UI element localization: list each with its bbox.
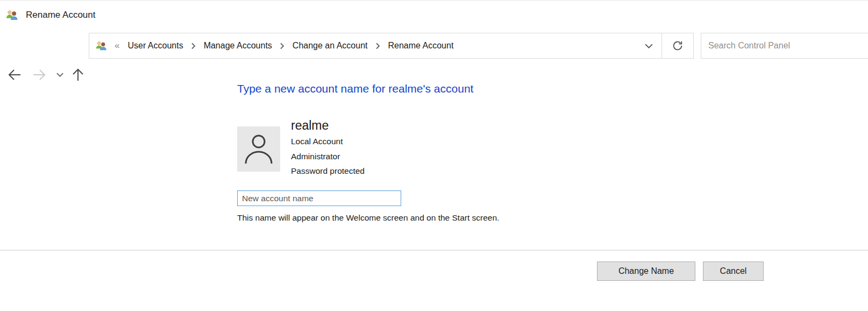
account-password-status: Password protected bbox=[291, 164, 365, 179]
forward-arrow-icon bbox=[32, 68, 46, 82]
account-type: Local Account bbox=[291, 134, 365, 149]
users-icon bbox=[95, 39, 108, 52]
cancel-button[interactable]: Cancel bbox=[703, 261, 764, 281]
address-bar[interactable]: « User Accounts Manage Accounts Change a… bbox=[89, 33, 694, 59]
search-input[interactable] bbox=[701, 33, 868, 59]
user-silhouette-icon bbox=[244, 132, 274, 166]
account-info: realme Local Account Administrator Passw… bbox=[291, 117, 365, 179]
breadcrumb-item-manage-accounts[interactable]: Manage Accounts bbox=[204, 41, 272, 51]
breadcrumb-separator-icon bbox=[191, 43, 196, 50]
breadcrumb-separator-icon bbox=[280, 43, 284, 50]
account-role: Administrator bbox=[291, 149, 365, 164]
window-title: Rename Account bbox=[26, 10, 95, 20]
refresh-button[interactable] bbox=[662, 33, 693, 58]
users-icon bbox=[5, 8, 19, 22]
address-dropdown-chevron-icon bbox=[644, 43, 653, 50]
recent-locations-chevron-icon bbox=[56, 72, 64, 78]
back-button[interactable] bbox=[6, 67, 23, 83]
new-account-name-input[interactable] bbox=[237, 190, 401, 206]
page-title: Type a new account name for realme's acc… bbox=[237, 82, 473, 95]
refresh-icon bbox=[672, 40, 684, 52]
footer-separator bbox=[0, 250, 868, 251]
rename-account-window: { "window": { "title": "Rename Account" … bbox=[0, 0, 868, 311]
address-dropdown-button[interactable] bbox=[636, 33, 661, 58]
window-titlebar: Rename Account bbox=[0, 0, 868, 30]
user-tile: realme Local Account Administrator Passw… bbox=[237, 117, 365, 179]
recent-locations-button[interactable] bbox=[54, 70, 65, 79]
navigation-bar: « User Accounts Manage Accounts Change a… bbox=[0, 30, 868, 62]
helper-text: This name will appear on the Welcome scr… bbox=[237, 213, 499, 223]
breadcrumb-separator-icon bbox=[375, 43, 380, 50]
forward-button[interactable] bbox=[31, 67, 47, 83]
up-button[interactable] bbox=[70, 67, 86, 83]
change-name-button[interactable]: Change Name bbox=[597, 261, 695, 281]
back-arrow-icon bbox=[8, 68, 22, 82]
avatar bbox=[237, 126, 280, 172]
breadcrumb-item-rename-account[interactable]: Rename Account bbox=[388, 41, 454, 51]
account-name: realme bbox=[291, 117, 365, 134]
up-arrow-icon bbox=[71, 68, 85, 82]
breadcrumb-item-user-accounts[interactable]: User Accounts bbox=[127, 41, 183, 51]
breadcrumb-collapse-button[interactable]: « bbox=[115, 40, 119, 51]
breadcrumb-item-change-an-account[interactable]: Change an Account bbox=[293, 41, 368, 51]
